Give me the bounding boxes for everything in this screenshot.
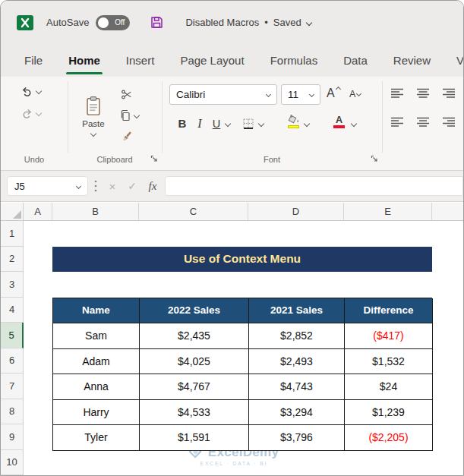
tab-view[interactable]: View	[443, 44, 464, 77]
name-box-value: J5	[14, 181, 25, 192]
column-header-e[interactable]: E	[344, 203, 432, 221]
cell-2022-sales[interactable]: $4,767	[140, 374, 249, 400]
bold-button[interactable]: B	[174, 113, 191, 134]
align-bottom-button[interactable]	[441, 87, 456, 102]
tab-label: View	[456, 54, 464, 67]
table-header-difference[interactable]: Difference	[345, 298, 433, 324]
cell-2021-sales[interactable]: $2,493	[249, 349, 345, 375]
tab-home[interactable]: Home	[55, 44, 113, 77]
paste-button[interactable]: Paste	[72, 80, 115, 151]
titlebar: AutoSave Off Disabled Macros • Saved	[1, 1, 463, 44]
status-separator: •	[264, 17, 268, 28]
increase-font-size-button[interactable]: A	[327, 87, 340, 100]
insert-function-button[interactable]: fx	[144, 176, 162, 196]
row-header-10[interactable]: 10	[1, 450, 24, 476]
cell-name[interactable]: Adam	[53, 349, 140, 375]
formula-input[interactable]	[165, 176, 463, 196]
align-center-button[interactable]	[415, 116, 431, 131]
decrease-font-size-button[interactable]: A	[349, 89, 361, 99]
tab-label: Formulas	[270, 54, 318, 67]
font-name-combobox[interactable]: Calibri	[169, 84, 277, 105]
clipboard-dialog-launcher[interactable]	[150, 155, 158, 162]
cell-2021-sales[interactable]: $4,743	[249, 374, 345, 400]
cell-name[interactable]: Sam	[53, 323, 140, 349]
enter-button[interactable]: ✓	[124, 176, 140, 196]
align-left-button[interactable]	[390, 116, 405, 131]
font-name-value: Calibri	[176, 89, 205, 100]
bold-letter: B	[178, 117, 187, 130]
borders-button[interactable]	[242, 118, 254, 130]
align-top-button[interactable]	[390, 87, 405, 102]
align-middle-icon	[415, 87, 431, 99]
column-header-a[interactable]: A	[24, 203, 52, 221]
group-separator	[68, 81, 68, 153]
column-header-partial[interactable]	[432, 203, 464, 221]
tab-file[interactable]: File	[11, 44, 55, 77]
font-size-combobox[interactable]: 11	[281, 84, 320, 105]
select-all-corner[interactable]	[1, 203, 24, 221]
cell-2022-sales[interactable]: $4,025	[140, 349, 249, 375]
save-button[interactable]	[150, 15, 164, 30]
row-header-5[interactable]: 5	[1, 323, 24, 348]
row-header-3[interactable]: 3	[1, 272, 24, 298]
table-header-2022-sales[interactable]: 2022 Sales	[140, 298, 249, 324]
cell-name[interactable]: Tyler	[53, 425, 140, 451]
autosave-toggle[interactable]: Off	[96, 15, 130, 30]
row-header-9[interactable]: 9	[1, 424, 24, 450]
cell-2021-sales[interactable]: $2,852	[249, 323, 345, 349]
align-right-button[interactable]	[441, 116, 456, 131]
name-box[interactable]: J5	[7, 176, 88, 196]
format-painter-button[interactable]	[121, 130, 133, 143]
font-color-chevron-icon[interactable]	[351, 121, 357, 127]
cell-2022-sales[interactable]: $2,435	[140, 323, 249, 349]
grow-font-letter: A	[327, 87, 335, 100]
row-header-6[interactable]: 6	[1, 348, 24, 374]
cell-difference[interactable]: $1,239	[345, 400, 433, 426]
cell-name[interactable]: Anna	[53, 374, 140, 400]
row-header-8[interactable]: 8	[1, 399, 24, 425]
row-header-7[interactable]: 7	[1, 374, 24, 399]
fill-color-button[interactable]	[286, 115, 300, 128]
cell-2022-sales[interactable]: $1,591	[140, 425, 249, 451]
excel-logo-icon	[16, 14, 34, 32]
row-header-4[interactable]: 4	[1, 298, 24, 323]
tab-page-layout[interactable]: Page Layout	[167, 44, 257, 77]
document-status-dropdown[interactable]: Disabled Macros • Saved	[185, 17, 311, 28]
font-dialog-launcher[interactable]	[371, 155, 378, 162]
column-header-d[interactable]: D	[248, 203, 344, 221]
toggle-knob-icon	[98, 17, 109, 28]
cell-2021-sales[interactable]: $3,294	[249, 400, 345, 426]
font-color-button[interactable]: A	[333, 115, 345, 128]
table-header-2021-sales[interactable]: 2021 Sales	[249, 298, 345, 324]
cut-button[interactable]	[121, 89, 133, 100]
underline-options-chevron-icon[interactable]	[225, 121, 231, 127]
align-middle-button[interactable]	[415, 87, 431, 102]
borders-options-chevron-icon[interactable]	[258, 121, 264, 127]
undo-button[interactable]	[21, 85, 41, 97]
redo-button[interactable]	[21, 107, 41, 119]
tab-formulas[interactable]: Formulas	[257, 44, 331, 77]
formula-bar-drag-handle[interactable]	[92, 176, 99, 196]
cell-2021-sales[interactable]: $3,796	[249, 425, 345, 451]
cell-difference[interactable]: ($2,205)	[345, 425, 433, 451]
tab-data[interactable]: Data	[330, 44, 380, 77]
underline-button[interactable]: U	[209, 113, 224, 134]
cell-difference[interactable]: $1,532	[345, 349, 433, 375]
cell-2022-sales[interactable]: $4,533	[140, 400, 249, 426]
redo-arrow-icon	[21, 107, 33, 119]
title-banner-cell[interactable]: Use of Context Menu	[52, 247, 432, 273]
table-header-name[interactable]: Name	[53, 298, 140, 324]
fill-color-chevron-icon[interactable]	[304, 121, 310, 127]
column-header-b[interactable]: B	[52, 203, 139, 221]
row-header-1[interactable]: 1	[1, 221, 24, 247]
tab-insert[interactable]: Insert	[113, 44, 168, 77]
cell-difference[interactable]: $24	[345, 374, 433, 400]
italic-button[interactable]: I	[192, 113, 207, 134]
cancel-button[interactable]: ×	[104, 176, 121, 196]
cell-name[interactable]: Harry	[53, 400, 140, 426]
cell-difference[interactable]: ($417)	[345, 323, 433, 349]
tab-review[interactable]: Review	[380, 44, 443, 77]
row-header-2[interactable]: 2	[1, 247, 24, 273]
copy-button[interactable]	[119, 109, 139, 121]
column-header-c[interactable]: C	[139, 203, 248, 221]
